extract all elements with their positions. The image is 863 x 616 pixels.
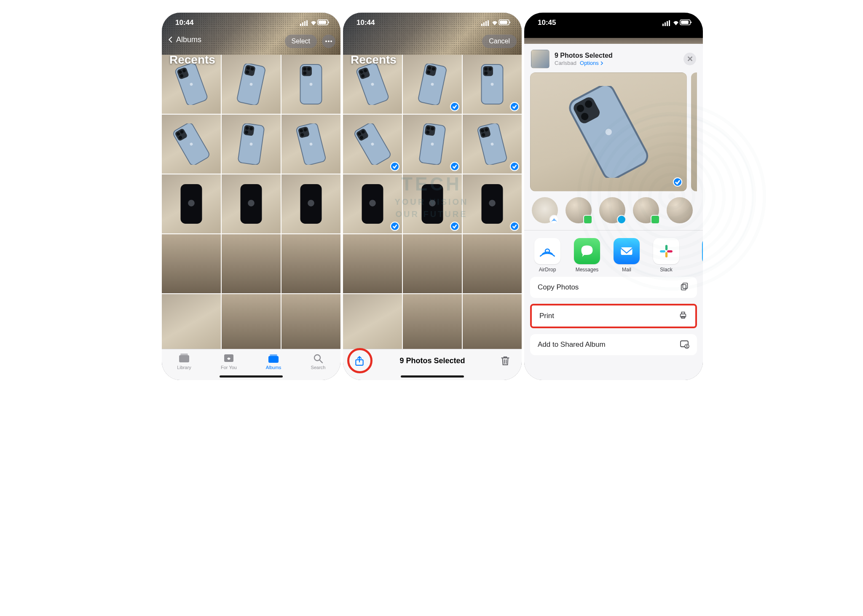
app-airdrop[interactable]: AirDrop — [532, 238, 563, 273]
share-preview-row[interactable] — [524, 72, 703, 196]
photo-thumbnail[interactable] — [281, 115, 340, 174]
tab-library[interactable]: Library — [162, 353, 206, 370]
share-location: Carlsbad — [555, 60, 576, 67]
photo-thumbnail[interactable] — [162, 115, 221, 174]
photo-thumbnail[interactable] — [463, 55, 522, 114]
contact-person-1[interactable] — [566, 197, 592, 223]
messages-badge-icon — [583, 215, 592, 224]
photo-thumbnail[interactable] — [222, 234, 281, 293]
photo-thumbnail[interactable] — [281, 174, 340, 233]
status-bar: 10:44 — [162, 13, 340, 33]
svg-point-26 — [328, 40, 330, 42]
selected-check-icon — [450, 162, 459, 171]
status-time: 10:45 — [538, 19, 556, 27]
photo-thumbnail[interactable] — [343, 294, 402, 349]
contact-airdrop-device[interactable] — [532, 197, 558, 223]
svg-rect-28 — [179, 355, 189, 362]
background-strip — [524, 38, 703, 44]
share-sheet: 9 Photos Selected Carlsbad Options ✕ — [524, 44, 703, 380]
selected-check-icon — [510, 222, 519, 231]
photo-thumbnail[interactable] — [222, 294, 281, 349]
printer-icon — [678, 311, 688, 322]
svg-rect-29 — [180, 354, 188, 355]
photo-thumbnail[interactable] — [403, 174, 462, 233]
photo-thumbnail[interactable] — [281, 55, 340, 114]
tab-albums[interactable]: Albums — [251, 353, 296, 370]
status-bar: 10:45 — [524, 13, 703, 33]
svg-point-33 — [314, 355, 320, 361]
share-preview-main[interactable] — [530, 72, 687, 191]
photo-thumbnail[interactable] — [222, 174, 281, 233]
photo-thumbnail[interactable] — [162, 294, 221, 349]
share-apps-row: AirDrop Messages Mail — [524, 236, 703, 274]
contact-person-3[interactable] — [633, 197, 659, 223]
delete-button[interactable] — [498, 354, 512, 368]
selection-toolbar: 9 Photos Selected — [343, 349, 522, 380]
svg-rect-31 — [268, 356, 279, 363]
photo-thumbnail[interactable] — [463, 115, 522, 174]
status-time: 10:44 — [175, 19, 193, 27]
app-mail[interactable]: Mail — [611, 238, 642, 273]
photo-thumbnail[interactable] — [403, 55, 462, 114]
contact-person-4[interactable] — [667, 197, 693, 223]
status-indicators — [481, 19, 511, 26]
selected-check-icon — [450, 102, 459, 111]
back-label: Albums — [176, 35, 201, 44]
photo-grid[interactable]: .cell:nth-child(n+16)::after{padding-top… — [162, 55, 340, 349]
photo-thumbnail[interactable] — [403, 115, 462, 174]
tab-bar: Library For You Albums Search — [162, 349, 340, 380]
action-add-shared-album[interactable]: Add to Shared Album — [530, 334, 697, 355]
action-copy-photos[interactable]: Copy Photos — [530, 277, 697, 298]
home-indicator[interactable] — [401, 375, 464, 378]
tab-for-you[interactable]: For You — [206, 353, 251, 370]
photo-thumbnail[interactable] — [403, 294, 462, 349]
app-messages[interactable]: Messages — [571, 238, 603, 273]
photo-thumbnail[interactable] — [222, 55, 281, 114]
photo-thumbnail[interactable] — [463, 174, 522, 233]
selected-check-icon — [390, 162, 399, 171]
svg-rect-36 — [665, 245, 667, 250]
photo-thumbnail[interactable] — [162, 234, 221, 293]
share-options-link[interactable]: Options — [580, 60, 604, 67]
photo-thumbnail[interactable] — [281, 234, 340, 293]
svg-rect-39 — [667, 250, 673, 252]
tab-search[interactable]: Search — [296, 353, 340, 370]
svg-rect-38 — [665, 252, 667, 257]
selected-check-icon — [510, 162, 519, 171]
photo-thumbnail[interactable] — [343, 234, 402, 293]
photo-grid[interactable]: .cell:nth-child(n+16)::after{padding-top… — [343, 55, 522, 349]
app-slack[interactable]: Slack — [651, 238, 682, 273]
close-button[interactable]: ✕ — [683, 53, 696, 65]
cancel-button[interactable]: Cancel — [482, 35, 517, 48]
photo-thumbnail[interactable] — [343, 174, 402, 233]
share-button[interactable] — [352, 354, 367, 368]
app-more[interactable] — [690, 238, 703, 273]
back-button[interactable]: Albums — [167, 35, 201, 45]
photo-thumbnail[interactable] — [162, 174, 221, 233]
photo-thumbnail[interactable] — [463, 294, 522, 349]
svg-rect-32 — [270, 354, 277, 356]
home-indicator[interactable] — [220, 375, 283, 378]
album-title: Recents — [351, 53, 397, 67]
select-button[interactable]: Select — [285, 35, 317, 48]
photo-thumbnail[interactable] — [222, 115, 281, 174]
share-thumbnail — [531, 50, 549, 68]
photo-thumbnail[interactable] — [281, 294, 340, 349]
action-print[interactable]: Print — [532, 305, 695, 327]
shared-album-icon — [679, 339, 689, 351]
photo-thumbnail[interactable] — [343, 115, 402, 174]
share-preview-next[interactable] — [691, 72, 697, 191]
photo-thumbnail[interactable] — [403, 234, 462, 293]
status-time: 10:44 — [356, 19, 375, 27]
screen-1-photos-album: 10:44 Albums Select Recents . — [162, 13, 340, 380]
more-button[interactable] — [322, 35, 335, 48]
status-bar: 10:44 — [343, 13, 522, 33]
svg-point-27 — [330, 40, 332, 42]
selected-check-icon — [510, 102, 519, 111]
photo-thumbnail[interactable] — [463, 234, 522, 293]
screen-2-photos-selecting: 10:44 Cancel Recents .cell:nth-child(n+1… — [343, 13, 522, 380]
airdrop-badge-icon — [549, 215, 559, 224]
selected-check-icon — [390, 222, 399, 231]
contact-person-2[interactable] — [599, 197, 625, 223]
selected-check-icon — [450, 222, 459, 231]
